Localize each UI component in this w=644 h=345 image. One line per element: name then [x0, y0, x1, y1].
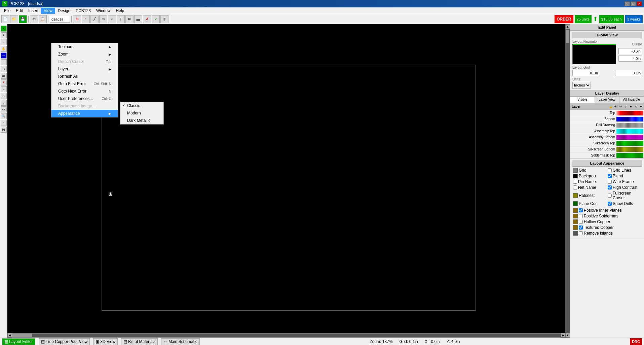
fullscreen-checkbox[interactable]	[608, 194, 612, 198]
layer-color-assy-top[interactable]	[616, 129, 643, 134]
removeislands-checkbox[interactable]	[579, 231, 583, 235]
component-input[interactable]	[50, 16, 70, 23]
maximize-button[interactable]: □	[631, 1, 636, 6]
target-button[interactable]: ⊕	[73, 15, 81, 23]
menu-user-prefs[interactable]: User Preferences... Ctrl+U	[51, 95, 118, 102]
menu-help[interactable]: Help	[113, 8, 127, 14]
appearance-dark-metallic[interactable]: Dark Metallic	[120, 117, 163, 124]
layer-row-assy-top[interactable]: Assembly Top	[570, 128, 644, 134]
col-icon-1[interactable]: 🔒	[608, 104, 613, 109]
hollow-color[interactable]	[573, 219, 578, 224]
col-icon-3[interactable]: ✏	[618, 104, 623, 109]
price-button[interactable]: $15.65 each	[599, 15, 624, 23]
layer-row-assy-bot[interactable]: Assembly Bottom	[570, 134, 644, 140]
zoom-out-button[interactable]: −	[1, 39, 7, 45]
showdrills-checkbox[interactable]	[608, 202, 612, 206]
textured-checkbox[interactable]	[579, 226, 583, 230]
scroll-track[interactable]	[565, 29, 570, 333]
wireframe-checkbox[interactable]	[608, 180, 612, 184]
drc-toolbar-button[interactable]: ✗	[143, 15, 151, 23]
copper-button[interactable]: ▦	[1, 73, 7, 79]
title-bar-controls[interactable]: ─ □ ✕	[624, 1, 642, 6]
text-left-button[interactable]: A	[1, 93, 7, 99]
magnifier-button[interactable]: 🔍	[1, 113, 7, 119]
rect-button[interactable]: ▭	[99, 15, 107, 23]
cut-button[interactable]: ✂	[30, 15, 38, 23]
layout-navigator-box[interactable]	[572, 44, 616, 64]
col-icon-6[interactable]: ✕	[634, 104, 638, 109]
arc-button[interactable]: ◜	[82, 15, 90, 23]
removeislands-color[interactable]	[573, 231, 578, 236]
layer-row-solder-top[interactable]: Soldermask Top	[570, 152, 644, 159]
menu-goto-first-error[interactable]: Goto First Error Ctrl+Shft+N	[51, 80, 118, 88]
blend-checkbox[interactable]	[608, 174, 612, 178]
pad-button[interactable]: ▬	[134, 15, 142, 23]
appearance-modern[interactable]: Modern	[120, 109, 163, 117]
menu-refresh-all[interactable]: Refresh All	[51, 73, 118, 80]
measure-button[interactable]: ↔	[1, 86, 7, 92]
scroll-up-arrow[interactable]: ▲	[565, 24, 570, 29]
layer-row-silk-top[interactable]: Silkscreen Top	[570, 140, 644, 146]
save-button[interactable]: 💾	[19, 15, 27, 23]
possolder-checkbox[interactable]	[579, 214, 583, 218]
grid-button[interactable]: #	[160, 15, 168, 23]
menu-layer[interactable]: Layer ▶	[51, 65, 118, 73]
drc-left-button[interactable]: ✗	[1, 79, 7, 85]
menu-window[interactable]: Window	[93, 8, 113, 14]
menu-view[interactable]: View	[41, 8, 55, 14]
appearance-classic[interactable]: ✓ Classic	[120, 102, 163, 109]
minimize-button[interactable]: ─	[624, 1, 630, 6]
weeks-button[interactable]: 3 weeks	[625, 15, 643, 23]
pinnames-checkbox[interactable]	[573, 180, 577, 184]
order-button[interactable]: ORDER	[555, 15, 573, 23]
tab-layout-editor[interactable]: ▦ Layout Editor	[2, 338, 35, 345]
canvas-area[interactable]: ⊕ ▲ ▼ ◀ ▶ Toolbars ▶ Zoom ▶	[7, 24, 570, 338]
hscroll-left[interactable]: ◀	[7, 333, 12, 338]
grid-y-input[interactable]	[615, 70, 642, 76]
zoom-in-button[interactable]: +	[1, 32, 7, 38]
menu-zoom[interactable]: Zoom ▶	[51, 50, 118, 58]
scroll-down-arrow[interactable]: ▼	[565, 333, 570, 338]
menu-pcb123[interactable]: PCB123	[73, 8, 93, 14]
units-button[interactable]: 25 units	[575, 15, 592, 23]
shape-button[interactable]: ▭	[1, 106, 7, 112]
hscroll[interactable]: ◀ ▶	[7, 333, 565, 338]
select-button[interactable]: ↖	[1, 26, 7, 32]
textured-color[interactable]	[573, 225, 578, 230]
scrollbar-right[interactable]: ▲ ▼	[565, 24, 570, 338]
hscroll-right[interactable]: ▶	[561, 333, 565, 338]
tab-layer-view[interactable]: Layer View	[595, 97, 619, 103]
layer-color-bottom[interactable]	[616, 117, 643, 122]
via-button[interactable]: ⊞	[125, 15, 134, 23]
layer-color-drill[interactable]	[616, 123, 643, 128]
layer-row-bottom[interactable]: Bottom	[570, 116, 644, 122]
layer-row-drill[interactable]: Drill Drawing	[570, 122, 644, 128]
tab-visible[interactable]: Visible	[570, 97, 595, 103]
via-place-button[interactable]: ⊙	[1, 66, 7, 72]
drill-button[interactable]: ○	[1, 100, 7, 106]
cursor-x-input[interactable]	[618, 48, 642, 54]
tab-bom[interactable]: ▤ Bill of Materials	[121, 338, 158, 345]
menu-design[interactable]: Design	[55, 8, 73, 14]
open-button[interactable]: 📁	[10, 15, 18, 23]
gridlines-checkbox[interactable]	[608, 168, 612, 172]
menu-insert[interactable]: Insert	[26, 8, 41, 14]
tab-copper-pour[interactable]: ▤ True Copper Pour View	[39, 338, 90, 345]
posinner-color[interactable]	[573, 208, 578, 213]
highcontrast-checkbox[interactable]	[608, 185, 612, 189]
grid-color-swatch[interactable]	[573, 168, 578, 173]
text-button[interactable]: T	[117, 15, 125, 23]
bg-color-swatch[interactable]	[573, 174, 578, 178]
ratsnest-color-swatch[interactable]	[573, 193, 578, 198]
possolder-color[interactable]	[573, 214, 578, 218]
netnames-checkbox[interactable]	[573, 185, 577, 189]
layer-scroll-down[interactable]: ▼	[639, 104, 643, 109]
drc-button[interactable]: DRC	[630, 338, 642, 345]
route-button[interactable]: ~	[1, 120, 7, 126]
push-button[interactable]: ⋈	[1, 127, 7, 133]
layer-color-silk-top[interactable]	[616, 141, 643, 146]
col-icon-5[interactable]: ✦	[629, 104, 633, 109]
hscroll-track[interactable]	[12, 334, 561, 337]
layer-color-assy-bot[interactable]	[616, 135, 643, 140]
layer-color-solder-top[interactable]	[616, 153, 643, 158]
